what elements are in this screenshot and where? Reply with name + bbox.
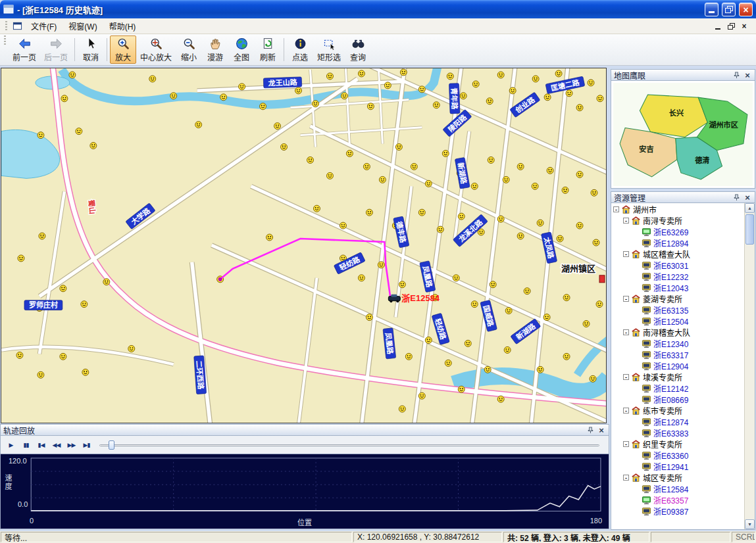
vehicle-smiley-marker[interactable] (195, 122, 202, 128)
vehicle-smiley-marker[interactable] (471, 183, 478, 189)
tree-node[interactable]: -南浔稽查大队 (611, 327, 743, 338)
vehicle-smiley-marker[interactable] (366, 209, 372, 216)
tree-node[interactable]: 浙E63317 (611, 349, 743, 360)
slider-thumb[interactable] (109, 440, 114, 450)
vehicle-smiley-marker[interactable] (505, 308, 512, 314)
vehicle-smiley-marker[interactable] (307, 157, 313, 164)
vehicle-smiley-marker[interactable] (566, 90, 572, 97)
vehicle-smiley-marker[interactable] (453, 275, 459, 281)
scroll-up-button[interactable]: ▲ (745, 203, 755, 213)
vehicle-smiley-marker[interactable] (418, 209, 425, 216)
vehicle-smiley-marker[interactable] (60, 353, 66, 360)
vehicle-smiley-marker[interactable] (532, 76, 539, 82)
vehicle-smiley-marker[interactable] (313, 205, 320, 212)
tree-node[interactable]: 浙E12584 (611, 483, 743, 494)
tree-node[interactable]: 浙E12874 (611, 416, 743, 427)
vehicle-smiley-marker[interactable] (445, 360, 451, 366)
vehicle-smiley-marker[interactable] (340, 222, 346, 229)
panel-close-button[interactable]: × (597, 425, 606, 435)
vehicle-smiley-marker[interactable] (39, 233, 45, 239)
vehicle-smiley-marker[interactable] (418, 86, 425, 93)
vehicle-smiley-marker[interactable] (367, 103, 374, 110)
panel-close-button[interactable]: × (743, 193, 752, 202)
vehicle-smiley-marker[interactable] (563, 353, 570, 360)
toolbar-button-globe[interactable]: 全图 (228, 35, 255, 64)
vehicle-smiley-marker[interactable] (590, 375, 596, 382)
vehicle-smiley-marker[interactable] (358, 275, 365, 281)
vehicle-smiley-marker[interactable] (378, 262, 384, 268)
vehicle-smiley-marker[interactable] (295, 87, 302, 94)
vehicle-smiley-marker[interactable] (90, 143, 97, 149)
panel-close-button[interactable]: × (743, 70, 752, 80)
vehicle-smiley-marker[interactable] (576, 105, 583, 111)
vehicle-smiley-marker[interactable] (61, 95, 68, 102)
toolbar-button-binoculars[interactable]: 查询 (345, 35, 371, 64)
close-button[interactable]: × (739, 3, 753, 16)
vehicle-smiley-marker[interactable] (563, 295, 570, 301)
toolbar-button-rect-select[interactable]: 矩形选 (313, 35, 345, 64)
toolbar-button-arrow-left[interactable]: 前一页 (9, 35, 40, 64)
vehicle-smiley-marker[interactable] (399, 281, 405, 288)
vehicle-smiley-marker[interactable] (260, 103, 266, 110)
tree-expander[interactable]: - (613, 206, 619, 212)
vehicle-smiley-marker[interactable] (583, 321, 590, 327)
vehicle-smiley-marker[interactable] (379, 176, 386, 183)
vehicle-smiley-marker[interactable] (503, 176, 509, 183)
tree-node[interactable]: -埭溪专卖所 (611, 371, 743, 383)
vehicle-smiley-marker[interactable] (576, 222, 583, 229)
tree-expander[interactable]: - (623, 475, 629, 481)
vehicle-smiley-marker[interactable] (76, 128, 82, 135)
toolbar-grip[interactable] (4, 35, 6, 46)
map-viewport[interactable]: 龙王山路青年路创业路匡塘二路陵阳路新湖路大学路德丰路龙溪北路轻纺路凤凰路轻纺路凤… (1, 68, 607, 423)
vehicle-smiley-marker[interactable] (81, 301, 88, 308)
vehicle-smiley-marker[interactable] (18, 255, 24, 262)
tree-node[interactable]: 浙E63135 (611, 304, 743, 316)
tree-expander[interactable]: - (623, 296, 629, 302)
playback-slider[interactable] (99, 438, 599, 452)
vehicle-smiley-marker[interactable] (593, 239, 599, 246)
vehicle-smiley-marker[interactable] (437, 226, 443, 233)
vehicle-smiley-marker[interactable] (16, 352, 23, 358)
tree-node[interactable]: 浙E12142 (611, 383, 743, 394)
menu-item-1[interactable]: 视窗(W) (63, 18, 103, 34)
mdi-minimize-button[interactable] (713, 22, 723, 31)
vehicle-smiley-marker[interactable] (411, 163, 417, 170)
tree-expander[interactable]: - (623, 218, 629, 224)
tree-node[interactable]: -湖州市 (611, 204, 743, 215)
tree-node[interactable]: 浙E63360 (611, 450, 743, 461)
mdi-restore-button[interactable] (726, 22, 736, 31)
vehicle-smiley-marker[interactable] (341, 93, 347, 99)
menu-item-0[interactable]: 文件(F) (25, 18, 63, 34)
tree-node[interactable]: -菱湖专卖所 (611, 293, 743, 304)
scrollbar-thumb[interactable] (745, 214, 754, 245)
tree-expander[interactable]: - (623, 441, 629, 447)
vehicle-smiley-marker[interactable] (103, 279, 110, 285)
vehicle-smiley-marker[interactable] (532, 183, 538, 189)
vehicle-smiley-marker[interactable] (576, 171, 583, 177)
vehicle-smiley-marker[interactable] (543, 314, 550, 321)
vehicle-smiley-marker[interactable] (557, 235, 563, 242)
vehicle-smiley-marker[interactable] (425, 337, 432, 343)
vehicle-smiley-marker[interactable] (562, 187, 568, 193)
tree-expander[interactable]: - (623, 408, 629, 413)
vehicle-smiley-marker[interactable] (486, 98, 493, 105)
toolbar-button-zoom-out[interactable]: 缩小 (176, 35, 202, 64)
rewind-button[interactable]: ◀◀ (49, 438, 64, 451)
toolbar-button-cursor[interactable]: 取消 (78, 35, 104, 64)
vehicle-smiley-marker[interactable] (504, 346, 511, 353)
vehicle-smiley-marker[interactable] (484, 366, 491, 373)
vehicle-smiley-marker[interactable] (326, 73, 333, 80)
vehicle-smiley-marker[interactable] (239, 83, 245, 90)
tree-node[interactable]: -织里专卖所 (611, 438, 743, 450)
vehicle-smiley-marker[interactable] (274, 123, 281, 130)
vehicle-smiley-marker[interactable] (384, 82, 391, 89)
vehicle-smiley-marker[interactable] (458, 213, 465, 220)
vehicle-smiley-marker[interactable] (537, 366, 543, 373)
vehicle-smiley-marker[interactable] (366, 314, 372, 321)
tree-node[interactable]: 浙E63383 (611, 427, 743, 438)
tree-expander[interactable]: - (623, 374, 629, 380)
vehicle-smiley-marker[interactable] (465, 340, 471, 346)
tree-node[interactable]: 浙E09387 (611, 506, 743, 517)
vehicle-smiley-marker[interactable] (60, 285, 66, 292)
vehicle-smiley-marker[interactable] (472, 81, 479, 87)
